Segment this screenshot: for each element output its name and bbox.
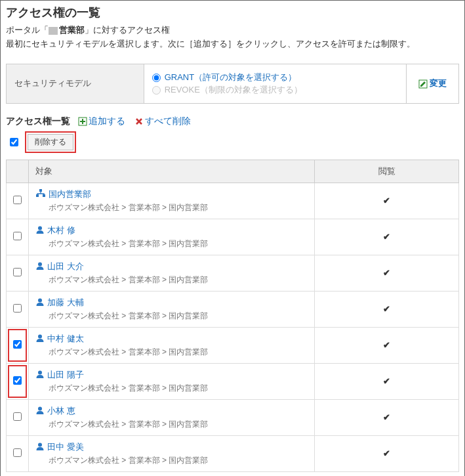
change-text: 変更 bbox=[430, 78, 447, 88]
row-path: ボウズマン株式会社 > 営業本部 > 国内営業部 bbox=[35, 347, 308, 358]
row-checkbox[interactable] bbox=[13, 232, 22, 240]
delete-button-top[interactable]: 削除する bbox=[28, 134, 73, 150]
grant-label: GRANT（許可の対象を選択する） bbox=[165, 72, 297, 82]
row-name-link[interactable]: 木村 修 bbox=[47, 225, 75, 235]
row-name-link[interactable]: 山田 陽子 bbox=[47, 370, 84, 379]
table-row: 小林 恵ボウズマン株式会社 > 営業本部 > 国内営業部✔ bbox=[7, 399, 459, 435]
security-model-label: セキュリティモデル bbox=[7, 64, 144, 103]
user-icon bbox=[35, 261, 45, 272]
view-check: ✔ bbox=[315, 363, 459, 399]
col-target: 対象 bbox=[29, 160, 315, 183]
row-checkbox[interactable] bbox=[13, 448, 22, 457]
list-toolbar: アクセス権一覧 追加する すべて削除 bbox=[6, 116, 459, 127]
row-path: ボウズマン株式会社 > 営業本部 > 国内営業部 bbox=[35, 455, 308, 466]
revoke-label: REVOKE（制限の対象を選択する） bbox=[165, 85, 302, 95]
delete-all-icon bbox=[134, 117, 144, 126]
select-all-checkbox-top[interactable] bbox=[10, 138, 18, 146]
edit-icon bbox=[418, 79, 428, 89]
row-path: ボウズマン株式会社 > 営業本部 > 国内営業部 bbox=[35, 274, 308, 286]
intro-prefix: ポータル「 bbox=[6, 25, 49, 35]
add-link[interactable]: 追加する bbox=[78, 116, 128, 126]
svg-point-5 bbox=[38, 226, 42, 230]
table-row: 木村 修ボウズマン株式会社 > 営業本部 > 国内営業部✔ bbox=[7, 219, 459, 255]
list-header: アクセス権一覧 bbox=[6, 116, 70, 126]
view-check: ✔ bbox=[315, 435, 459, 471]
add-text: 追加する bbox=[89, 116, 125, 126]
table-row: 国内営業部ボウズマン株式会社 > 営業本部 > 国内営業部✔ bbox=[7, 183, 459, 219]
portal-intro: ポータル「営業部」に対するアクセス権 bbox=[6, 24, 459, 36]
view-check: ✔ bbox=[315, 219, 459, 255]
table-row: 田中 愛美ボウズマン株式会社 > 営業本部 > 国内営業部✔ bbox=[7, 435, 459, 471]
delete-all-link[interactable]: すべて削除 bbox=[134, 116, 191, 126]
change-link[interactable]: 変更 bbox=[418, 78, 447, 88]
svg-point-10 bbox=[38, 406, 42, 410]
col-checkbox bbox=[7, 160, 29, 183]
row-name-link[interactable]: 国内営業部 bbox=[49, 189, 91, 199]
row-name-link[interactable]: 中村 健太 bbox=[47, 334, 84, 343]
row-path: ボウズマン株式会社 > 営業本部 > 国内営業部 bbox=[35, 383, 308, 394]
view-check: ✔ bbox=[315, 327, 459, 363]
svg-point-6 bbox=[38, 262, 42, 266]
instruction-text: 最初にセキュリティモデルを選択します。次に［追加する］をクリックし、アクセスを許… bbox=[6, 37, 459, 51]
svg-rect-3 bbox=[36, 194, 39, 197]
row-checkbox[interactable] bbox=[13, 412, 22, 421]
row-name-link[interactable]: 小林 恵 bbox=[47, 406, 75, 416]
table-row: 山田 大介ボウズマン株式会社 > 営業本部 > 国内営業部✔ bbox=[7, 255, 459, 291]
row-path: ボウズマン株式会社 > 営業本部 > 国内営業部 bbox=[35, 311, 308, 322]
grant-radio[interactable] bbox=[152, 74, 161, 82]
row-name-link[interactable]: 加藤 大輔 bbox=[47, 297, 84, 307]
view-check: ✔ bbox=[315, 255, 459, 291]
view-check: ✔ bbox=[315, 399, 459, 435]
org-icon bbox=[35, 189, 46, 200]
portal-name: 営業部 bbox=[59, 25, 85, 35]
row-name-link[interactable]: 山田 大介 bbox=[47, 261, 84, 271]
row-checkbox[interactable] bbox=[13, 376, 22, 385]
table-row: 中村 健太ボウズマン株式会社 > 営業本部 > 国内営業部✔ bbox=[7, 327, 459, 363]
row-path: ボウズマン株式会社 > 営業本部 > 国内営業部 bbox=[35, 202, 308, 213]
col-view: 閲覧 bbox=[315, 160, 459, 183]
user-icon bbox=[35, 406, 45, 417]
row-path: ボウズマン株式会社 > 営業本部 > 国内営業部 bbox=[35, 238, 308, 249]
user-icon bbox=[35, 442, 45, 453]
delete-button-highlight-top: 削除する bbox=[25, 131, 76, 153]
row-checkbox[interactable] bbox=[13, 196, 22, 204]
row-name-link[interactable]: 田中 愛美 bbox=[47, 442, 84, 452]
table-row: 加藤 大輔ボウズマン株式会社 > 営業本部 > 国内営業部✔ bbox=[7, 291, 459, 327]
row-checkbox[interactable] bbox=[13, 268, 22, 276]
revoke-radio[interactable] bbox=[152, 86, 161, 95]
svg-rect-4 bbox=[43, 194, 45, 197]
svg-point-8 bbox=[38, 334, 42, 338]
svg-point-7 bbox=[38, 298, 42, 302]
add-icon bbox=[78, 117, 87, 126]
user-icon bbox=[35, 297, 45, 309]
user-icon bbox=[35, 370, 45, 381]
user-icon bbox=[35, 334, 45, 345]
delete-all-text: すべて削除 bbox=[145, 116, 191, 126]
svg-point-11 bbox=[38, 443, 42, 447]
user-icon bbox=[35, 225, 45, 236]
page-title: アクセス権の一覧 bbox=[6, 5, 459, 20]
row-checkbox[interactable] bbox=[13, 340, 22, 349]
row-checkbox[interactable] bbox=[13, 304, 22, 313]
portal-icon bbox=[49, 27, 58, 35]
intro-suffix: 」に対するアクセス権 bbox=[85, 25, 170, 35]
bulk-row-top: 削除する bbox=[6, 131, 459, 153]
security-model-box: セキュリティモデル GRANT（許可の対象を選択する） REVOKE（制限の対象… bbox=[6, 64, 459, 104]
view-check: ✔ bbox=[315, 183, 459, 219]
svg-point-9 bbox=[38, 370, 42, 374]
row-path: ボウズマン株式会社 > 営業本部 > 国内営業部 bbox=[35, 419, 308, 430]
table-row: 山田 陽子ボウズマン株式会社 > 営業本部 > 国内営業部✔ bbox=[7, 363, 459, 399]
access-table: 対象 閲覧 国内営業部ボウズマン株式会社 > 営業本部 > 国内営業部✔木村 修… bbox=[6, 160, 459, 473]
svg-rect-2 bbox=[39, 189, 42, 192]
view-check: ✔ bbox=[315, 291, 459, 327]
